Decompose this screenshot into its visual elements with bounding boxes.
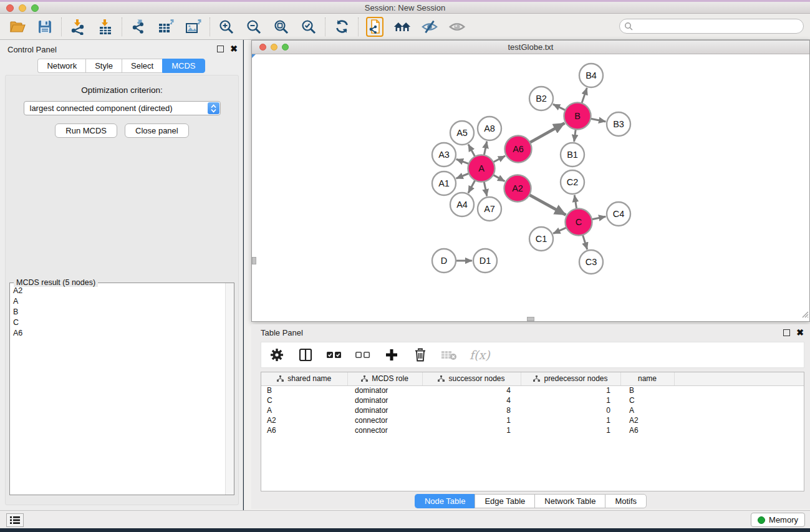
node-A4[interactable]: A4 — [450, 193, 474, 216]
resize-grip-icon[interactable] — [801, 309, 809, 321]
refresh-icon[interactable] — [333, 18, 350, 36]
node-C1[interactable]: C1 — [529, 227, 553, 251]
table-cell[interactable]: A2 — [620, 415, 674, 425]
search-input[interactable] — [619, 19, 804, 34]
result-item[interactable]: B — [10, 306, 226, 317]
node-A7[interactable]: A7 — [478, 197, 501, 221]
table-cell[interactable]: 1 — [521, 385, 620, 395]
float-table-panel-icon[interactable] — [783, 329, 790, 336]
edge-B-B4[interactable] — [582, 88, 587, 104]
table-cell[interactable]: A — [261, 405, 347, 415]
table-cell[interactable]: 1 — [422, 415, 521, 425]
import-table-icon[interactable] — [97, 18, 114, 36]
table-cell[interactable]: A2 — [261, 415, 347, 425]
maximize-window-icon[interactable] — [31, 4, 39, 12]
table-cell[interactable]: A6 — [620, 425, 674, 435]
minimize-window-icon[interactable] — [19, 4, 26, 12]
maximize-network-icon[interactable] — [282, 44, 289, 51]
home-icon[interactable] — [393, 18, 411, 36]
network-overview-icon[interactable] — [366, 18, 383, 36]
close-network-icon[interactable] — [259, 44, 266, 51]
close-table-panel-icon[interactable]: ✖ — [796, 328, 804, 337]
edge-A-A4[interactable] — [468, 180, 475, 193]
deselect-all-icon[interactable] — [355, 347, 371, 363]
zoom-in-icon[interactable] — [218, 18, 235, 36]
edge-A-A2[interactable] — [493, 175, 505, 181]
column-header[interactable]: predecessor nodes — [521, 372, 620, 385]
table-cell[interactable]: 4 — [422, 385, 521, 395]
node-B2[interactable]: B2 — [529, 87, 553, 110]
table-cell[interactable]: 1 — [521, 425, 620, 435]
node-B4[interactable]: B4 — [579, 64, 603, 87]
column-header[interactable]: name — [620, 372, 674, 385]
table-cell[interactable]: 0 — [521, 405, 620, 415]
table-cell[interactable]: dominator — [347, 405, 422, 415]
table-row[interactable]: A2connector11A2 — [261, 415, 804, 425]
tab-style[interactable]: Style — [85, 59, 122, 73]
result-item[interactable]: A — [10, 296, 226, 306]
column-icon[interactable] — [297, 347, 314, 363]
table-cell[interactable]: 4 — [422, 395, 521, 405]
result-item[interactable]: A2 — [10, 285, 226, 296]
edge-A-A6[interactable] — [493, 156, 505, 162]
edge-B-B2[interactable] — [553, 104, 566, 110]
table-cell[interactable]: dominator — [347, 385, 422, 395]
zoom-selected-icon[interactable] — [300, 18, 317, 36]
table-cell[interactable]: B — [620, 385, 674, 395]
export-network-icon[interactable] — [130, 18, 147, 36]
zoom-fit-icon[interactable] — [272, 18, 290, 36]
edge-C-C2[interactable] — [574, 195, 576, 209]
tab-node-table[interactable]: Node Table — [415, 494, 475, 508]
table-cell[interactable]: A6 — [261, 425, 347, 435]
result-item[interactable]: C — [10, 317, 226, 327]
node-A8[interactable]: A8 — [478, 117, 501, 140]
hide-panel-icon[interactable] — [421, 18, 438, 36]
node-A2[interactable]: A2 — [504, 175, 531, 202]
table-cell[interactable]: C — [620, 395, 674, 405]
table-cell[interactable]: connector — [347, 415, 422, 425]
column-header[interactable]: MCDS role — [347, 372, 422, 385]
node-A3[interactable]: A3 — [432, 143, 456, 167]
node-B[interactable]: B — [564, 103, 591, 130]
tab-mcds[interactable]: MCDS — [162, 59, 205, 73]
add-column-icon[interactable] — [383, 347, 400, 363]
edge-A-A7[interactable] — [484, 181, 487, 196]
run-mcds-button[interactable]: Run MCDS — [55, 123, 117, 138]
tab-select[interactable]: Select — [122, 59, 162, 73]
criterion-select[interactable]: largest connected component (directed) — [24, 101, 221, 115]
node-C3[interactable]: C3 — [579, 250, 603, 274]
table-cell[interactable]: dominator — [347, 395, 422, 405]
open-file-icon[interactable] — [9, 18, 26, 36]
gear-icon[interactable] — [269, 347, 285, 363]
minimize-network-icon[interactable] — [271, 44, 277, 51]
table-cell[interactable]: B — [261, 385, 347, 395]
edge-B-B3[interactable] — [591, 118, 605, 122]
node-C2[interactable]: C2 — [561, 170, 584, 194]
tab-network-table[interactable]: Network Table — [534, 494, 605, 508]
table-row[interactable]: Cdominator41C — [261, 395, 804, 405]
result-item[interactable]: A6 — [10, 327, 226, 338]
edge-A-A1[interactable] — [456, 173, 469, 178]
tab-edge-table[interactable]: Edge Table — [475, 494, 534, 508]
import-network-icon[interactable] — [69, 18, 87, 36]
network-window-titlebar[interactable]: testGlobe.txt — [252, 41, 809, 54]
scroll-nub-left[interactable] — [252, 257, 256, 264]
edge-A-A5[interactable] — [468, 144, 475, 157]
result-scrollbar[interactable] — [225, 283, 234, 495]
close-panel-icon[interactable]: ✖ — [230, 44, 238, 54]
show-panel-icon[interactable] — [448, 18, 466, 36]
edge-C-C3[interactable] — [582, 235, 587, 249]
edge-A2-C[interactable] — [529, 195, 566, 215]
column-header[interactable]: shared name — [261, 372, 347, 385]
memory-button[interactable]: Memory — [751, 513, 805, 527]
edge-A6-B[interactable] — [530, 123, 565, 142]
table-cell[interactable]: C — [261, 395, 347, 405]
edge-A-A3[interactable] — [456, 159, 469, 163]
table-cell[interactable]: connector — [347, 425, 422, 435]
column-header[interactable]: successor nodes — [422, 372, 521, 385]
table-row[interactable]: A6connector11A6 — [261, 425, 804, 435]
select-all-icon[interactable] — [326, 347, 342, 363]
table-cell[interactable]: 1 — [521, 395, 620, 405]
export-image-icon[interactable] — [185, 18, 202, 36]
table-cell[interactable]: 8 — [422, 405, 521, 415]
